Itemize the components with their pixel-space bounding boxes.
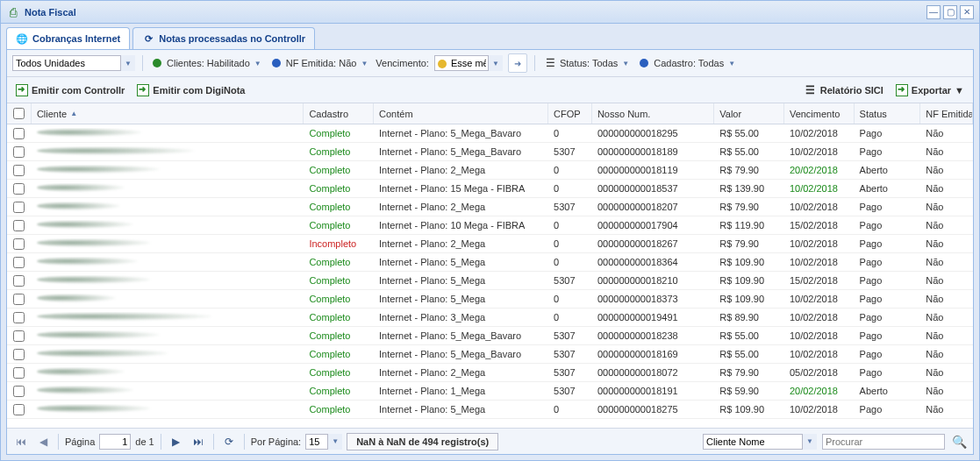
col-cfop[interactable]: CFOP [548, 103, 592, 124]
refresh-button[interactable]: ⟳ [220, 433, 238, 450]
cell-valor: R$ 109.90 [714, 404, 784, 415]
cell-vencimento: 10/02/2018 [784, 146, 855, 157]
vencimento-combo[interactable]: ▼ [434, 55, 503, 71]
row-checkbox[interactable] [7, 146, 32, 158]
col-vencimento[interactable]: Vencimento [784, 103, 855, 124]
row-checkbox[interactable] [7, 294, 32, 305]
maximize-button[interactable]: ▢ [943, 5, 957, 19]
close-button[interactable]: ✕ [960, 5, 974, 19]
cell-valor: R$ 79.90 [714, 165, 784, 175]
cell-contem: Internet - Plano: 2_Mega [374, 367, 548, 378]
table-row[interactable]: CompletoInternet - Plano: 2_Mega53070000… [7, 198, 973, 216]
row-checkbox[interactable] [7, 257, 32, 268]
row-checkbox[interactable] [7, 202, 32, 213]
table-row[interactable]: CompletoInternet - Plano: 1_Mega53070000… [7, 382, 973, 401]
col-nf-emitida[interactable]: NF Emitida [920, 103, 973, 124]
last-page-button[interactable]: ⏭ [190, 433, 207, 450]
col-valor[interactable]: Valor [714, 103, 784, 124]
filter-cadastro[interactable]: Cadastro: Todas ▼ [637, 56, 738, 70]
row-checkbox[interactable] [7, 275, 32, 287]
cell-nf-emitida: Não [920, 386, 973, 396]
cell-vencimento: 10/02/2018 [784, 330, 855, 341]
table-row[interactable]: IncompletoInternet - Plano: 2_Mega000000… [7, 235, 973, 253]
table-row[interactable]: CompletoInternet - Plano: 10 Mega - FIBR… [7, 216, 973, 235]
dot-icon [153, 59, 161, 67]
row-checkbox[interactable] [7, 183, 32, 195]
row-checkbox[interactable] [7, 238, 32, 250]
first-page-button[interactable]: ⏮ [12, 433, 30, 450]
button-label: Emitir com DigiNota [153, 85, 245, 96]
next-page-button[interactable]: ▶ [168, 433, 185, 450]
exportar-button[interactable]: Exportar ▼ [892, 82, 968, 98]
cell-nosso-num: 000000000018295 [592, 128, 714, 138]
row-checkbox[interactable] [7, 165, 32, 176]
tab-notas-processadas[interactable]: ⟳ Notas processadas no Controllr [132, 27, 315, 49]
unidades-combo[interactable]: ▼ [12, 55, 135, 71]
chevron-down-icon[interactable]: ▼ [802, 434, 817, 450]
cell-cliente [32, 146, 304, 157]
unidades-input[interactable] [12, 55, 135, 71]
cell-vencimento: 10/02/2018 [784, 294, 855, 304]
table-row[interactable]: CompletoInternet - Plano: 5_Mega_Bavaro5… [7, 143, 973, 161]
cell-nf-emitida: Não [920, 146, 973, 157]
search-field-combo[interactable]: ▼ [703, 434, 817, 450]
table-row[interactable]: CompletoInternet - Plano: 5_Mega_Bavaro5… [7, 327, 973, 345]
per-page-combo[interactable]: ▼ [305, 434, 342, 450]
tab-cobrancas-internet[interactable]: 🌐 Cobranças Internet [6, 27, 130, 49]
row-checkbox[interactable] [7, 404, 32, 415]
row-checkbox[interactable] [7, 330, 32, 342]
emitir-diginota-button[interactable]: Emitir com DigiNota [133, 82, 248, 98]
row-checkbox[interactable] [7, 220, 32, 231]
relatorio-sici-button[interactable]: ☰ Relatório SICI [801, 82, 887, 98]
row-checkbox[interactable] [7, 367, 32, 379]
list-icon: ☰ [545, 57, 557, 69]
filter-status[interactable]: ☰ Status: Todas ▼ [542, 55, 632, 71]
prev-page-button[interactable]: ◀ [34, 433, 52, 450]
table-row[interactable]: CompletoInternet - Plano: 5_Mega00000000… [7, 290, 973, 309]
cell-nf-emitida: Não [920, 220, 973, 230]
cell-contem: Internet - Plano: 5_Mega_Bavaro [374, 128, 548, 138]
cell-valor: R$ 109.90 [714, 294, 784, 304]
row-checkbox[interactable] [7, 349, 32, 360]
row-checkbox[interactable] [7, 312, 32, 323]
table-row[interactable]: CompletoInternet - Plano: 2_Mega53070000… [7, 364, 973, 382]
table-row[interactable]: CompletoInternet - Plano: 15 Mega - FIBR… [7, 180, 973, 198]
cell-nosso-num: 000000000018169 [592, 349, 714, 359]
page-input[interactable] [99, 434, 131, 450]
row-checkbox[interactable] [7, 128, 32, 139]
grid-body[interactable]: CompletoInternet - Plano: 5_Mega_Bavaro0… [7, 124, 973, 428]
filter-nf-emitida[interactable]: NF Emitida: Não ▼ [269, 56, 371, 70]
select-all-checkbox[interactable] [7, 103, 32, 124]
cell-cadastro: Completo [304, 294, 374, 304]
emitir-controllr-button[interactable]: Emitir com Controllr [12, 82, 128, 98]
search-input[interactable] [822, 434, 945, 450]
next-period-button[interactable]: ➜ [508, 53, 527, 73]
chevron-down-icon[interactable]: ▼ [120, 55, 135, 71]
col-nosso-num[interactable]: Nosso Num. [592, 103, 714, 124]
table-row[interactable]: CompletoInternet - Plano: 5_Mega53070000… [7, 272, 973, 290]
cell-vencimento: 05/02/2018 [784, 367, 855, 378]
search-field-input[interactable] [703, 434, 817, 450]
chevron-down-icon[interactable]: ▼ [488, 55, 503, 71]
table-row[interactable]: CompletoInternet - Plano: 5_Mega_Bavaro0… [7, 124, 973, 143]
col-cliente[interactable]: Cliente [32, 103, 304, 124]
table-row[interactable]: CompletoInternet - Plano: 3_Mega00000000… [7, 309, 973, 327]
tab-label: Notas processadas no Controllr [159, 33, 305, 44]
cell-nf-emitida: Não [920, 294, 973, 304]
cell-nf-emitida: Não [920, 128, 973, 138]
col-cadastro[interactable]: Cadastro [304, 103, 374, 124]
table-row[interactable]: CompletoInternet - Plano: 2_Mega00000000… [7, 161, 973, 180]
cell-cadastro: Completo [304, 202, 374, 212]
col-status[interactable]: Status [855, 103, 921, 124]
table-row[interactable]: CompletoInternet - Plano: 5_Mega_Bavaro5… [7, 345, 973, 364]
table-row[interactable]: CompletoInternet - Plano: 5_Mega00000000… [7, 253, 973, 272]
search-button[interactable]: 🔍 [950, 433, 968, 450]
row-checkbox[interactable] [7, 386, 32, 397]
table-row[interactable]: CompletoInternet - Plano: 5_Mega00000000… [7, 401, 973, 419]
filter-clientes[interactable]: Clientes: Habilitado ▼ [150, 56, 264, 70]
minimize-button[interactable]: — [926, 5, 941, 19]
col-contem[interactable]: Contém [374, 103, 548, 124]
chevron-down-icon[interactable]: ▼ [327, 434, 342, 450]
cell-vencimento: 15/02/2018 [784, 220, 855, 230]
cell-status: Pago [855, 349, 921, 359]
